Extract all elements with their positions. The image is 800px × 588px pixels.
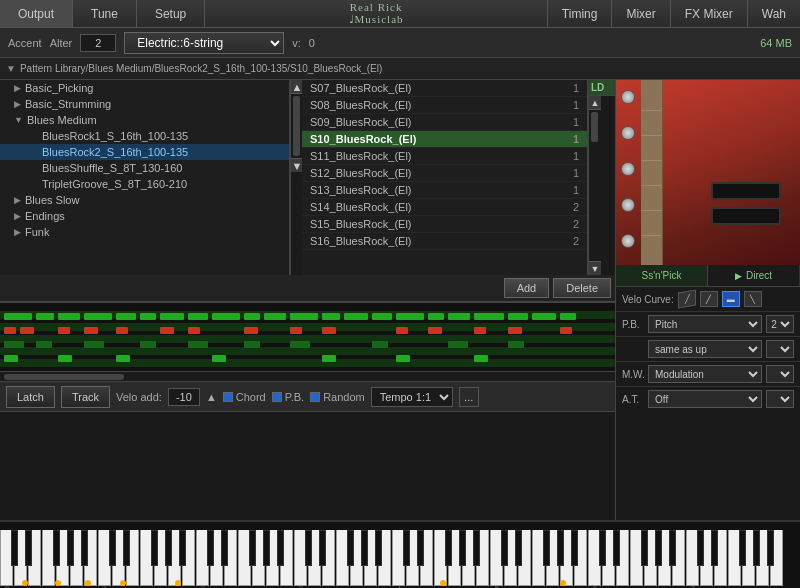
tree-item-bluesrock1[interactable]: BluesRock1_S_16th_100-135	[0, 128, 289, 144]
at-value-select[interactable]	[766, 390, 794, 408]
note-r14[interactable]	[508, 327, 522, 334]
black-key-0-5[interactable]	[81, 530, 88, 566]
black-key-1-1[interactable]	[123, 530, 130, 566]
note-7[interactable]	[160, 313, 184, 320]
song-scroll-thumb[interactable]	[591, 112, 598, 142]
black-key-0-4[interactable]	[67, 530, 74, 566]
black-key-2-0[interactable]	[207, 530, 214, 566]
black-key-6-5[interactable]	[669, 530, 676, 566]
vc-box-4[interactable]: ╲	[744, 291, 762, 307]
tree-item-basic-picking[interactable]: ▶ Basic_Picking	[0, 80, 289, 96]
note-r1[interactable]	[4, 327, 16, 334]
black-key-3-4[interactable]	[361, 530, 368, 566]
tab-timing[interactable]: Timing	[547, 0, 612, 28]
black-key-4-5[interactable]	[473, 530, 480, 566]
tree-item-bluesrock2[interactable]: BluesRock2_S_16th_100-135	[0, 144, 289, 160]
tab-mixer[interactable]: Mixer	[611, 0, 669, 28]
direct-button[interactable]: ▶ Direct	[708, 265, 800, 286]
black-key-6-0[interactable]	[599, 530, 606, 566]
song-scroll-up[interactable]: ▲	[589, 96, 601, 110]
pattern-library-scrollbar[interactable]: ▲ ▼	[290, 80, 302, 275]
song-item-s08[interactable]: S08_BluesRock_(El) 1	[302, 97, 587, 114]
note-r3[interactable]	[58, 327, 70, 334]
track-button[interactable]: Track	[61, 386, 110, 408]
add-button[interactable]: Add	[504, 278, 550, 298]
note-4[interactable]	[84, 313, 112, 320]
black-key-7-5[interactable]	[767, 530, 774, 566]
black-key-5-3[interactable]	[543, 530, 550, 566]
velo-add-input[interactable]	[168, 388, 200, 406]
note-d2[interactable]	[36, 341, 52, 348]
note-d7[interactable]	[290, 341, 310, 348]
black-key-1-3[interactable]	[151, 530, 158, 566]
black-key-0-1[interactable]	[25, 530, 32, 566]
note-20[interactable]	[508, 313, 528, 320]
note-d6[interactable]	[244, 341, 260, 348]
note-r13[interactable]	[474, 327, 486, 334]
black-key-2-3[interactable]	[249, 530, 256, 566]
instrument-select[interactable]: Electric::6-string	[124, 32, 284, 54]
note-e6[interactable]	[396, 355, 410, 362]
at-select[interactable]: Off	[648, 390, 762, 408]
black-key-2-1[interactable]	[221, 530, 228, 566]
tree-item-endings[interactable]: ▶ Endings	[0, 208, 289, 224]
song-scroll-down[interactable]: ▼	[589, 261, 601, 275]
black-key-7-3[interactable]	[739, 530, 746, 566]
modulation-select[interactable]: Modulation	[648, 365, 762, 383]
black-key-0-0[interactable]	[11, 530, 18, 566]
note-e1[interactable]	[4, 355, 18, 362]
note-e5[interactable]	[322, 355, 336, 362]
black-key-2-4[interactable]	[263, 530, 270, 566]
black-key-6-4[interactable]	[655, 530, 662, 566]
tree-item-tripletgroove[interactable]: TripletGroove_S_8T_160-210	[0, 176, 289, 192]
note-e4[interactable]	[212, 355, 226, 362]
note-16[interactable]	[396, 313, 424, 320]
pitch-value-select[interactable]: 2	[766, 315, 794, 333]
note-2[interactable]	[36, 313, 54, 320]
note-d1[interactable]	[4, 341, 24, 348]
tree-item-blues-medium[interactable]: ▼ Blues Medium	[0, 112, 289, 128]
note-r5[interactable]	[116, 327, 128, 334]
song-item-s15[interactable]: S15_BluesRock_(El) 2	[302, 216, 587, 233]
note-r6[interactable]	[160, 327, 174, 334]
note-22[interactable]	[560, 313, 576, 320]
black-key-7-1[interactable]	[711, 530, 718, 566]
black-key-5-0[interactable]	[501, 530, 508, 566]
note-e2[interactable]	[58, 355, 72, 362]
delete-button[interactable]: Delete	[553, 278, 611, 298]
song-list-scrollbar[interactable]: ▲ ▼	[588, 96, 600, 275]
black-key-7-4[interactable]	[753, 530, 760, 566]
note-12[interactable]	[290, 313, 318, 320]
tree-item-blues-slow[interactable]: ▶ Blues Slow	[0, 192, 289, 208]
note-17[interactable]	[428, 313, 444, 320]
song-item-s09[interactable]: S09_BluesRock_(El) 1	[302, 114, 587, 131]
tab-wah[interactable]: Wah	[747, 0, 800, 28]
random-checkbox[interactable]	[310, 392, 320, 402]
note-r12[interactable]	[428, 327, 442, 334]
black-key-3-3[interactable]	[347, 530, 354, 566]
tree-item-bluesshuffle[interactable]: BluesShuffle_S_8T_130-160	[0, 160, 289, 176]
black-key-3-5[interactable]	[375, 530, 382, 566]
tree-item-basic-strumming[interactable]: ▶ Basic_Strumming	[0, 96, 289, 112]
black-key-4-0[interactable]	[403, 530, 410, 566]
scroll-thumb[interactable]	[293, 96, 300, 156]
note-14[interactable]	[344, 313, 368, 320]
black-key-5-5[interactable]	[571, 530, 578, 566]
note-5[interactable]	[116, 313, 136, 320]
black-key-5-4[interactable]	[557, 530, 564, 566]
pb-checkbox[interactable]	[272, 392, 282, 402]
note-15[interactable]	[372, 313, 392, 320]
spinner-up[interactable]: ▲	[206, 391, 217, 403]
note-r4[interactable]	[84, 327, 98, 334]
song-item-s11[interactable]: S11_BluesRock_(El) 1	[302, 148, 587, 165]
note-6[interactable]	[140, 313, 156, 320]
note-d5[interactable]	[188, 341, 208, 348]
black-key-1-4[interactable]	[165, 530, 172, 566]
black-key-6-3[interactable]	[641, 530, 648, 566]
vc-box-1[interactable]: ╱	[678, 289, 696, 308]
note-e3[interactable]	[116, 355, 130, 362]
black-key-4-3[interactable]	[445, 530, 452, 566]
pitch-select[interactable]: Pitch	[648, 315, 762, 333]
black-key-3-0[interactable]	[305, 530, 312, 566]
note-r10[interactable]	[322, 327, 336, 334]
